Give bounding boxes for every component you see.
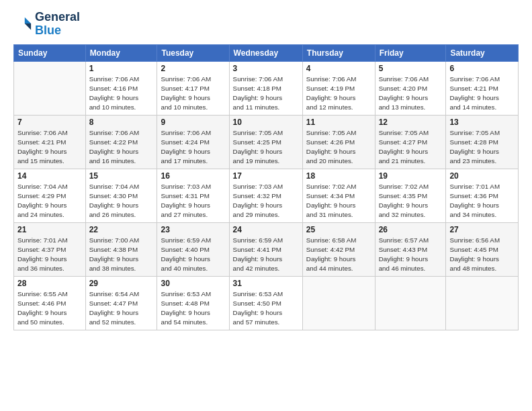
day-info: Sunrise: 7:06 AM Sunset: 4:24 PM Dayligh… xyxy=(161,128,225,167)
day-number: 25 xyxy=(306,225,371,234)
day-info: Sunrise: 7:01 AM Sunset: 4:36 PM Dayligh… xyxy=(449,182,515,220)
calendar-cell: 11Sunrise: 7:05 AM Sunset: 4:26 PM Dayli… xyxy=(302,115,375,169)
calendar-cell xyxy=(446,276,519,330)
day-number: 9 xyxy=(161,118,225,127)
calendar-cell: 30Sunrise: 6:53 AM Sunset: 4:48 PM Dayli… xyxy=(157,276,229,330)
calendar-cell: 3Sunrise: 7:06 AM Sunset: 4:18 PM Daylig… xyxy=(229,61,302,115)
day-number: 24 xyxy=(233,225,299,234)
day-info: Sunrise: 7:04 AM Sunset: 4:30 PM Dayligh… xyxy=(89,182,154,220)
calendar-cell: 19Sunrise: 7:02 AM Sunset: 4:35 PM Dayli… xyxy=(375,169,446,222)
calendar-week-row: 7Sunrise: 7:06 AM Sunset: 4:21 PM Daylig… xyxy=(14,115,519,169)
calendar-cell: 6Sunrise: 7:06 AM Sunset: 4:21 PM Daylig… xyxy=(446,61,519,115)
day-info: Sunrise: 7:01 AM Sunset: 4:37 PM Dayligh… xyxy=(17,236,82,274)
day-info: Sunrise: 6:53 AM Sunset: 4:48 PM Dayligh… xyxy=(161,289,225,328)
calendar-cell: 2Sunrise: 7:06 AM Sunset: 4:17 PM Daylig… xyxy=(157,61,229,115)
day-number: 18 xyxy=(306,171,371,181)
calendar-cell: 12Sunrise: 7:05 AM Sunset: 4:27 PM Dayli… xyxy=(375,115,446,169)
day-number: 21 xyxy=(17,225,82,234)
calendar-cell: 26Sunrise: 6:57 AM Sunset: 4:43 PM Dayli… xyxy=(375,222,446,276)
calendar-cell: 15Sunrise: 7:04 AM Sunset: 4:30 PM Dayli… xyxy=(85,169,157,222)
day-info: Sunrise: 6:55 AM Sunset: 4:46 PM Dayligh… xyxy=(17,289,82,328)
calendar-cell: 29Sunrise: 6:54 AM Sunset: 4:47 PM Dayli… xyxy=(85,276,157,330)
day-info: Sunrise: 6:56 AM Sunset: 4:45 PM Dayligh… xyxy=(449,236,515,274)
day-info: Sunrise: 7:06 AM Sunset: 4:16 PM Dayligh… xyxy=(89,75,154,113)
day-info: Sunrise: 7:06 AM Sunset: 4:20 PM Dayligh… xyxy=(379,75,443,113)
day-info: Sunrise: 7:02 AM Sunset: 4:34 PM Dayligh… xyxy=(306,182,371,220)
day-info: Sunrise: 7:05 AM Sunset: 4:27 PM Dayligh… xyxy=(379,128,443,167)
weekday-header-tuesday: Tuesday xyxy=(157,44,229,61)
day-info: Sunrise: 6:59 AM Sunset: 4:40 PM Dayligh… xyxy=(161,236,225,274)
calendar-cell: 17Sunrise: 7:03 AM Sunset: 4:32 PM Dayli… xyxy=(229,169,302,222)
logo-icon xyxy=(13,15,32,34)
day-info: Sunrise: 7:02 AM Sunset: 4:35 PM Dayligh… xyxy=(379,182,443,220)
weekday-header-friday: Friday xyxy=(375,44,446,61)
calendar-cell: 18Sunrise: 7:02 AM Sunset: 4:34 PM Dayli… xyxy=(302,169,375,222)
day-number: 3 xyxy=(233,64,299,73)
day-number: 17 xyxy=(233,171,299,181)
weekday-header-saturday: Saturday xyxy=(446,44,519,61)
day-number: 13 xyxy=(449,118,515,127)
day-number: 6 xyxy=(449,64,515,73)
logo: General Blue xyxy=(13,11,80,38)
calendar-cell: 28Sunrise: 6:55 AM Sunset: 4:46 PM Dayli… xyxy=(14,276,86,330)
calendar-cell: 10Sunrise: 7:05 AM Sunset: 4:25 PM Dayli… xyxy=(229,115,302,169)
header: General Blue xyxy=(13,11,519,38)
day-number: 26 xyxy=(379,225,443,234)
day-info: Sunrise: 7:04 AM Sunset: 4:29 PM Dayligh… xyxy=(17,182,82,220)
svg-marker-0 xyxy=(25,17,31,24)
day-info: Sunrise: 7:06 AM Sunset: 4:21 PM Dayligh… xyxy=(449,75,515,113)
calendar-cell xyxy=(302,276,375,330)
calendar-cell: 31Sunrise: 6:53 AM Sunset: 4:50 PM Dayli… xyxy=(229,276,302,330)
calendar-cell: 21Sunrise: 7:01 AM Sunset: 4:37 PM Dayli… xyxy=(14,222,86,276)
calendar-cell: 25Sunrise: 6:58 AM Sunset: 4:42 PM Dayli… xyxy=(302,222,375,276)
day-number: 5 xyxy=(379,64,443,73)
calendar-cell: 27Sunrise: 6:56 AM Sunset: 4:45 PM Dayli… xyxy=(446,222,519,276)
day-number: 28 xyxy=(17,279,82,288)
day-info: Sunrise: 6:58 AM Sunset: 4:42 PM Dayligh… xyxy=(306,236,371,274)
weekday-header-monday: Monday xyxy=(85,44,157,61)
day-info: Sunrise: 7:06 AM Sunset: 4:18 PM Dayligh… xyxy=(233,75,299,113)
day-number: 12 xyxy=(379,118,443,127)
day-number: 14 xyxy=(17,171,82,181)
calendar-week-row: 28Sunrise: 6:55 AM Sunset: 4:46 PM Dayli… xyxy=(14,276,519,330)
day-info: Sunrise: 7:05 AM Sunset: 4:26 PM Dayligh… xyxy=(306,128,371,167)
day-number: 10 xyxy=(233,118,299,127)
day-info: Sunrise: 6:59 AM Sunset: 4:41 PM Dayligh… xyxy=(233,236,299,274)
calendar-cell: 20Sunrise: 7:01 AM Sunset: 4:36 PM Dayli… xyxy=(446,169,519,222)
calendar-cell: 8Sunrise: 7:06 AM Sunset: 4:22 PM Daylig… xyxy=(85,115,157,169)
day-number: 4 xyxy=(306,64,371,73)
day-info: Sunrise: 7:06 AM Sunset: 4:21 PM Dayligh… xyxy=(17,128,82,167)
day-number: 31 xyxy=(233,279,299,288)
calendar-cell: 22Sunrise: 7:00 AM Sunset: 4:38 PM Dayli… xyxy=(85,222,157,276)
day-number: 29 xyxy=(89,279,154,288)
calendar-cell: 24Sunrise: 6:59 AM Sunset: 4:41 PM Dayli… xyxy=(229,222,302,276)
day-info: Sunrise: 6:57 AM Sunset: 4:43 PM Dayligh… xyxy=(379,236,443,274)
weekday-header-row: SundayMondayTuesdayWednesdayThursdayFrid… xyxy=(14,44,519,61)
calendar-cell xyxy=(14,61,86,115)
calendar-table: SundayMondayTuesdayWednesdayThursdayFrid… xyxy=(13,44,519,330)
calendar-cell xyxy=(375,276,446,330)
calendar-cell: 4Sunrise: 7:06 AM Sunset: 4:19 PM Daylig… xyxy=(302,61,375,115)
day-number: 27 xyxy=(449,225,515,234)
day-number: 15 xyxy=(89,171,154,181)
day-info: Sunrise: 6:54 AM Sunset: 4:47 PM Dayligh… xyxy=(89,289,154,328)
weekday-header-thursday: Thursday xyxy=(302,44,375,61)
day-info: Sunrise: 7:06 AM Sunset: 4:22 PM Dayligh… xyxy=(89,128,154,167)
day-number: 19 xyxy=(379,171,443,181)
day-number: 23 xyxy=(161,225,225,234)
day-number: 16 xyxy=(161,171,225,181)
day-number: 11 xyxy=(306,118,371,127)
day-number: 30 xyxy=(161,279,225,288)
weekday-header-sunday: Sunday xyxy=(14,44,86,61)
svg-marker-1 xyxy=(25,24,31,30)
page: General Blue SundayMondayTuesdayWednesda… xyxy=(0,0,532,411)
day-info: Sunrise: 7:06 AM Sunset: 4:17 PM Dayligh… xyxy=(161,75,225,113)
calendar-week-row: 1Sunrise: 7:06 AM Sunset: 4:16 PM Daylig… xyxy=(14,61,519,115)
day-number: 7 xyxy=(17,118,82,127)
calendar-cell: 1Sunrise: 7:06 AM Sunset: 4:16 PM Daylig… xyxy=(85,61,157,115)
day-info: Sunrise: 6:53 AM Sunset: 4:50 PM Dayligh… xyxy=(233,289,299,328)
calendar-cell: 23Sunrise: 6:59 AM Sunset: 4:40 PM Dayli… xyxy=(157,222,229,276)
calendar-cell: 16Sunrise: 7:03 AM Sunset: 4:31 PM Dayli… xyxy=(157,169,229,222)
day-number: 1 xyxy=(89,64,154,73)
calendar-cell: 5Sunrise: 7:06 AM Sunset: 4:20 PM Daylig… xyxy=(375,61,446,115)
